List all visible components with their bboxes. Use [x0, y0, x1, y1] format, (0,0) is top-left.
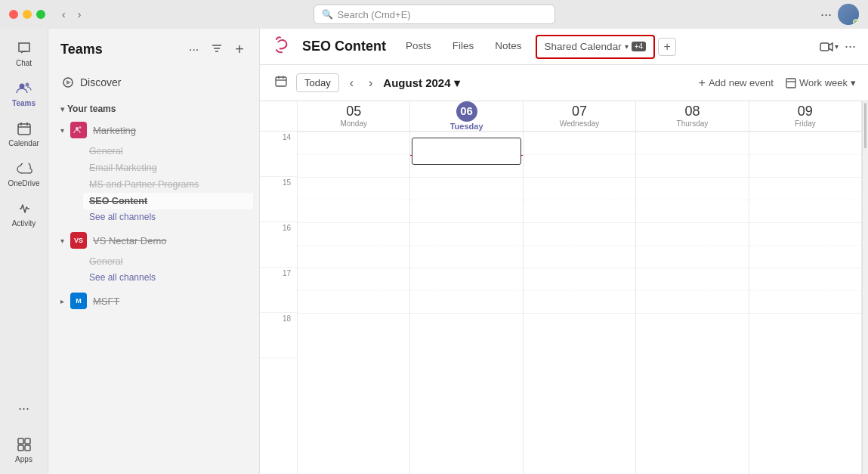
day-num-tue: 06	[456, 101, 477, 122]
sidebar-item-onedrive[interactable]: OneDrive	[3, 155, 45, 192]
team-msft[interactable]: ▸ M MSFT	[54, 288, 253, 314]
prev-week-button[interactable]: ‹	[345, 73, 358, 93]
team-marketing[interactable]: ▾ Marketing	[54, 117, 253, 143]
svg-rect-9	[25, 445, 30, 451]
work-week-container: Work week ▾	[786, 77, 856, 88]
marketing-see-all[interactable]: See all channels	[83, 209, 253, 225]
teams-add-button[interactable]: +	[232, 38, 247, 61]
video-call-button[interactable]: ▾	[820, 42, 839, 52]
time-16: 16	[260, 222, 297, 268]
svg-rect-17	[820, 43, 829, 51]
time-15: 15	[260, 177, 297, 222]
icon-bar: Chat Teams Calen	[0, 29, 48, 474]
onedrive-icon	[15, 160, 33, 178]
day-num-mon: 05	[346, 104, 361, 119]
tab-shared-calendar[interactable]: Shared Calendar ▾ +4	[536, 35, 655, 59]
svg-rect-6	[18, 438, 23, 444]
event-block-tue[interactable]	[412, 138, 520, 165]
day-header-mon: 05 Monday	[298, 101, 410, 131]
vs-channels: General See all channels	[54, 253, 253, 285]
svg-point-16	[79, 126, 82, 129]
time-column: 14 15 16 17 18	[260, 101, 298, 474]
sidebar-item-teams[interactable]: Teams	[3, 75, 45, 112]
search-bar[interactable]: 🔍 Search (Cmd+E)	[314, 5, 555, 24]
channel-title: SEO Content	[302, 39, 386, 54]
calendar-grid: 14 15 16 17 18 05 Monday 06 Tu	[260, 101, 868, 474]
teams-more-button[interactable]: ···	[186, 40, 202, 60]
channel-ms-partner[interactable]: MS and Partner Programs	[83, 176, 253, 193]
month-title[interactable]: August 2024 ▾	[383, 76, 459, 90]
msft-arrow: ▸	[60, 297, 64, 305]
calendar-view-button[interactable]	[272, 73, 290, 93]
day-name-tue: Tuesday	[450, 122, 483, 131]
sidebar-item-calendar[interactable]: Calendar	[3, 115, 45, 152]
next-week-button[interactable]: ›	[364, 73, 377, 93]
avatar[interactable]	[838, 4, 859, 25]
maximize-button[interactable]	[36, 10, 45, 19]
more-options-button[interactable]: ···	[845, 39, 856, 54]
msft-name: MSFT	[93, 296, 119, 307]
day-header-fri: 09 Friday	[749, 101, 862, 131]
tab-add-button[interactable]: +	[658, 38, 676, 56]
minimize-button[interactable]	[23, 10, 32, 19]
teams-panel: Teams ··· + Discover ▾	[48, 29, 260, 474]
chat-icon	[15, 39, 33, 57]
today-button[interactable]: Today	[296, 73, 339, 92]
main-content: SEO Content Posts Files Notes Shared Cal…	[260, 29, 868, 474]
window-controls	[9, 10, 45, 19]
channel-general[interactable]: General	[83, 143, 253, 160]
teams-body: Discover ▾ Your teams ▾	[48, 70, 259, 474]
vs-see-all[interactable]: See all channels	[83, 270, 253, 285]
day-col-thu[interactable]	[636, 132, 749, 474]
svg-rect-7	[25, 438, 30, 444]
day-header-wed: 07 Wednesday	[524, 101, 636, 131]
day-name-wed: Wednesday	[560, 119, 600, 128]
day-col-mon[interactable]	[298, 132, 410, 474]
add-event-button[interactable]: + Add new event	[699, 76, 774, 90]
tab-notes[interactable]: Notes	[484, 29, 532, 65]
scrollbar[interactable]	[862, 101, 868, 474]
day-col-tue[interactable]	[410, 132, 523, 474]
channel-email-marketing[interactable]: Email Marketing	[83, 160, 253, 176]
channel-icon	[272, 35, 293, 59]
more-apps-item[interactable]: ···	[3, 395, 45, 422]
your-teams-section: ▾ Your teams ▾ Marke	[54, 101, 253, 314]
sidebar-item-chat[interactable]: Chat	[3, 35, 45, 72]
day-col-fri[interactable]	[749, 132, 862, 474]
tab-posts[interactable]: Posts	[395, 29, 442, 65]
tab-files[interactable]: Files	[442, 29, 485, 65]
chevron-down-icon: ▾	[625, 42, 629, 51]
activity-icon	[15, 200, 33, 218]
sidebar-item-activity[interactable]: Activity	[3, 195, 45, 232]
chevron-down-icon: ▾	[835, 42, 839, 51]
forward-button[interactable]: ›	[73, 7, 86, 22]
more-icon: ···	[15, 399, 33, 417]
team-vs[interactable]: ▾ VS VS Nectar Demo	[54, 228, 253, 253]
svg-point-1	[25, 83, 29, 87]
plus-icon: +	[699, 76, 706, 90]
sidebar-item-apps[interactable]: Apps	[3, 431, 45, 468]
day-header-thu: 08 Thursday	[636, 101, 749, 131]
more-button[interactable]: ···	[820, 7, 832, 23]
day-name-fri: Friday	[795, 119, 816, 128]
your-teams-arrow: ▾	[60, 105, 64, 113]
your-teams-header[interactable]: ▾ Your teams	[54, 101, 253, 117]
calendar-toolbar-icon	[275, 76, 287, 88]
nav-arrows: ‹ ›	[57, 7, 85, 22]
calendar-icon	[15, 119, 33, 138]
day-col-wed[interactable]	[524, 132, 636, 474]
teams-label: Teams	[12, 99, 36, 107]
back-button[interactable]: ‹	[57, 7, 70, 22]
channel-seo-content[interactable]: SEO Content	[83, 193, 253, 209]
chevron-down-icon: ▾	[851, 77, 856, 88]
discover-item[interactable]: Discover	[54, 70, 253, 94]
teams-filter-button[interactable]	[208, 39, 226, 60]
close-button[interactable]	[9, 10, 18, 19]
svg-rect-18	[276, 77, 286, 86]
work-week-button[interactable]: Work week ▾	[786, 77, 856, 88]
apps-icon	[15, 435, 33, 454]
channel-vs-general[interactable]: General	[83, 253, 253, 270]
chat-label: Chat	[16, 59, 32, 67]
apps-label: Apps	[15, 455, 32, 463]
marketing-channels: General Email Marketing MS and Partner P…	[54, 143, 253, 225]
